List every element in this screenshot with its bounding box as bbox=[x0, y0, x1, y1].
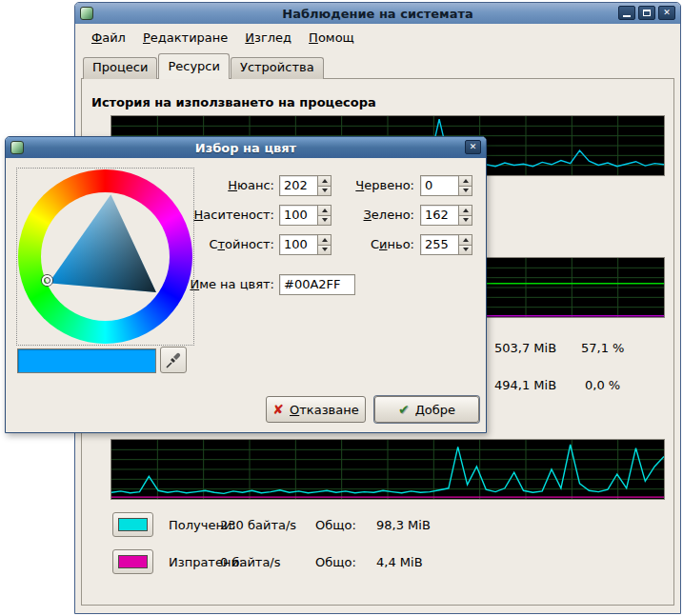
sent-color-swatch bbox=[118, 555, 148, 568]
cpu-history-heading: История на използването на процесора bbox=[91, 95, 376, 109]
red-spin-up-button[interactable] bbox=[458, 175, 472, 187]
green-spin-up-button[interactable] bbox=[458, 205, 472, 216]
red-label: Червено: bbox=[315, 178, 414, 192]
sent-total-label: Общо: bbox=[315, 555, 356, 569]
menu-item-view[interactable]: Изглед bbox=[236, 28, 300, 48]
app-icon bbox=[80, 7, 93, 20]
color-wheel[interactable] bbox=[16, 168, 194, 346]
dialog-close-icon: ✕ bbox=[470, 143, 477, 151]
green-label: Зелено: bbox=[315, 208, 414, 222]
received-total: 98,3 MiB bbox=[376, 518, 431, 532]
color-picker-dialog: Избор на цвят ✕ Нюанс: Наситеност: Стойн… bbox=[5, 136, 487, 433]
saturation-label: Наситеност: bbox=[175, 208, 274, 222]
maximize-button[interactable] bbox=[638, 6, 655, 20]
green-input[interactable]: 162 bbox=[420, 205, 458, 226]
close-button[interactable]: ✕ bbox=[658, 6, 675, 20]
swap-percent: 0,0 % bbox=[585, 378, 620, 392]
swap-value: 494,1 MiB bbox=[494, 378, 556, 392]
saturation-input[interactable]: 100 bbox=[279, 205, 317, 226]
blue-spin-down-button[interactable] bbox=[458, 246, 472, 256]
memory-value: 503,7 MiB bbox=[494, 341, 556, 355]
received-color-button[interactable] bbox=[112, 512, 153, 537]
arrow-down-icon bbox=[463, 218, 469, 222]
green-spin-down-button[interactable] bbox=[458, 216, 472, 227]
blue-spin-up-button[interactable] bbox=[458, 234, 472, 246]
network-history-chart bbox=[110, 439, 665, 500]
desktop: Наблюдение на системата ✕ Файл Редактира… bbox=[0, 0, 683, 616]
sent-rate: 0 байта/s bbox=[220, 555, 281, 569]
close-icon: ✕ bbox=[663, 9, 671, 17]
tab-processes[interactable]: Процеси bbox=[83, 57, 157, 79]
menu-item-help[interactable]: Помощ bbox=[300, 28, 363, 48]
red-spin-down-button[interactable] bbox=[458, 187, 472, 197]
minimize-icon bbox=[623, 15, 631, 17]
blue-spinbox: 255 bbox=[420, 234, 472, 255]
eyedropper-icon bbox=[164, 350, 183, 369]
tab-resources[interactable]: Ресурси bbox=[158, 53, 230, 79]
window-title: Наблюдение на системата bbox=[75, 7, 680, 21]
received-total-label: Общо: bbox=[315, 518, 356, 532]
received-rate: 230 байта/s bbox=[220, 518, 296, 532]
arrow-up-icon bbox=[463, 209, 469, 212]
blue-input[interactable]: 255 bbox=[420, 234, 458, 255]
tab-devices[interactable]: Устройства bbox=[231, 57, 324, 79]
menubar: Файл Редактиране Изглед Помощ bbox=[83, 28, 363, 48]
menu-item-edit[interactable]: Редактиране bbox=[134, 28, 236, 48]
dialog-titlebar[interactable]: Избор на цвят ✕ bbox=[6, 137, 486, 158]
blue-label: Синьо: bbox=[315, 237, 414, 251]
titlebar[interactable]: Наблюдение на системата ✕ bbox=[75, 3, 680, 24]
value-input[interactable]: 100 bbox=[279, 234, 317, 255]
value-label: Стойност: bbox=[175, 237, 274, 251]
dialog-title: Избор на цвят bbox=[6, 141, 486, 155]
arrow-down-icon bbox=[463, 248, 469, 251]
cancel-button-label: Отказване bbox=[290, 403, 359, 417]
arrow-up-icon bbox=[463, 238, 469, 242]
hue-input[interactable]: 202 bbox=[279, 175, 317, 196]
sent-color-button[interactable] bbox=[112, 549, 153, 574]
pick-screen-color-button[interactable] bbox=[160, 347, 187, 373]
dialog-close-button[interactable]: ✕ bbox=[465, 140, 481, 154]
received-color-swatch bbox=[118, 518, 148, 531]
arrow-up-icon bbox=[463, 179, 469, 183]
arrow-down-icon bbox=[463, 189, 469, 192]
ok-button[interactable]: ✔ Добре bbox=[374, 396, 479, 423]
sent-total: 4,4 MiB bbox=[376, 555, 423, 569]
tab-bar: Процеси Ресурси Устройства bbox=[83, 53, 325, 79]
ok-icon: ✔ bbox=[398, 403, 410, 416]
green-spinbox: 162 bbox=[420, 205, 472, 226]
menu-item-file[interactable]: Файл bbox=[83, 28, 134, 48]
ok-button-label: Добре bbox=[415, 403, 455, 417]
maximize-icon bbox=[643, 10, 651, 16]
cancel-icon: ✘ bbox=[272, 403, 284, 416]
minimize-button[interactable] bbox=[618, 6, 635, 20]
red-spinbox: 0 bbox=[420, 175, 472, 196]
color-name-label: Име на цвят: bbox=[175, 277, 274, 291]
color-name-input[interactable]: #00A2FF bbox=[279, 274, 355, 295]
dialog-icon bbox=[10, 141, 24, 154]
color-preview bbox=[17, 348, 156, 373]
hue-label: Нюанс: bbox=[175, 178, 274, 192]
memory-percent: 57,1 % bbox=[581, 341, 624, 355]
red-input[interactable]: 0 bbox=[420, 175, 458, 196]
cancel-button[interactable]: ✘ Отказване bbox=[266, 396, 366, 423]
color-selector-marker[interactable] bbox=[42, 275, 52, 286]
